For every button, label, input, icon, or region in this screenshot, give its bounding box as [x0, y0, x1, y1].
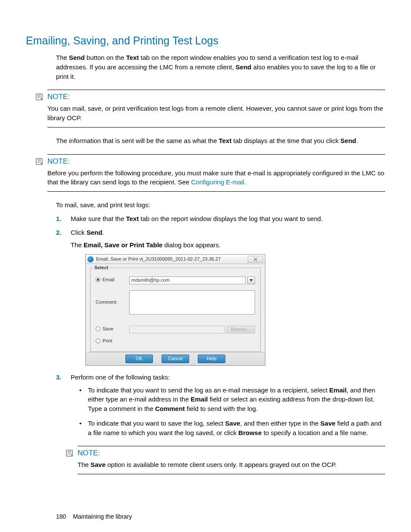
page-number: 180	[56, 513, 66, 520]
bullet-email: To indicate that you want to send the lo…	[79, 386, 385, 414]
close-button[interactable]	[248, 256, 263, 263]
note-body: The Save option is available to remote c…	[78, 460, 385, 470]
note-body: Before you perform the following procedu…	[47, 168, 385, 187]
svg-rect-2	[66, 450, 72, 456]
lead-paragraph: To mail, save, and print test logs:	[56, 200, 385, 210]
fieldset-legend: Select	[93, 264, 109, 271]
step-2: Click Send. The Email, Save or Print Tab…	[56, 228, 385, 366]
bullet-save: To indicate that you want to save the lo…	[79, 419, 385, 438]
email-radio[interactable]	[96, 277, 100, 282]
step-3: Perform one of the following tasks: To i…	[56, 373, 385, 438]
section-title: Maintaining the library	[73, 513, 132, 520]
hp-logo-icon	[87, 256, 93, 262]
mid-paragraph: The information that is sent will be the…	[56, 136, 385, 146]
select-fieldset: Select Email mdsmith@hp.com	[90, 268, 261, 352]
note-block-3: NOTE: The Save option is available to re…	[78, 446, 385, 474]
note-block-1: NOTE: You can mail, save, or print verif…	[47, 90, 385, 128]
save-path-field[interactable]	[129, 326, 225, 333]
note-icon	[65, 449, 74, 457]
print-radio-label: Print	[103, 338, 112, 345]
note-body: You can mail, save, or print verificatio…	[47, 104, 385, 123]
note-label: NOTE:	[47, 93, 385, 101]
comment-field[interactable]	[129, 290, 255, 314]
cancel-button[interactable]: Cancel	[162, 355, 189, 363]
email-save-print-dialog: Email, Save or Print vt_2U31000095_2011-…	[85, 254, 265, 366]
dialog-title-text: Email, Save or Print vt_2U31000095_2011-…	[96, 256, 248, 263]
note-icon	[35, 157, 44, 166]
comment-label: Comment:	[96, 299, 118, 306]
note-label: NOTE:	[47, 157, 385, 166]
browse-button[interactable]: Browse...	[227, 326, 255, 333]
help-button[interactable]: Help	[198, 355, 225, 363]
page-heading: Emailing, Saving, and Printing Test Logs	[26, 34, 385, 47]
note-icon	[35, 93, 44, 101]
print-radio[interactable]	[96, 339, 100, 343]
save-radio[interactable]	[96, 327, 100, 331]
step-1: Make sure that the Text tab on the repor…	[56, 214, 385, 224]
email-radio-label: Email	[103, 277, 115, 283]
ok-button[interactable]: OK	[125, 355, 153, 363]
svg-rect-1	[36, 159, 42, 165]
email-dropdown-button[interactable]	[247, 277, 255, 284]
email-field[interactable]: mdsmith@hp.com	[129, 277, 246, 284]
dialog-titlebar: Email, Save or Print vt_2U31000095_2011-…	[86, 255, 265, 264]
page-footer: 180 Maintaining the library	[56, 513, 385, 520]
note-label: NOTE:	[78, 449, 385, 457]
intro-paragraph: The Send button on the Text tab on the r…	[56, 53, 385, 81]
configuring-email-link[interactable]: Configuring E-mail	[191, 178, 244, 186]
note-block-2: NOTE: Before you perform the following p…	[47, 154, 385, 192]
svg-rect-0	[36, 94, 42, 100]
save-radio-label: Save	[103, 326, 113, 333]
